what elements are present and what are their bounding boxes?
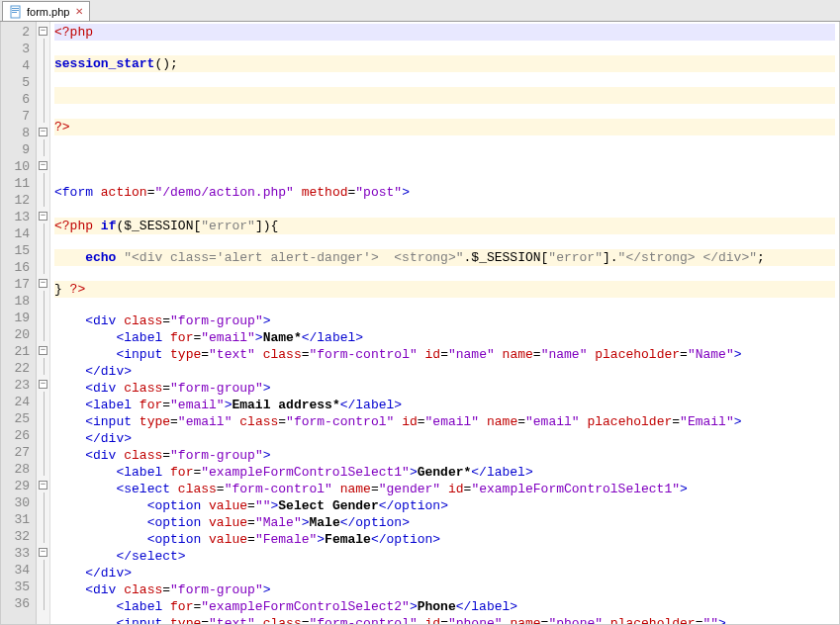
line-number: 27 [5,444,30,461]
code-line[interactable]: <?php [54,24,835,41]
code-line[interactable]: <div class="form-group"> [54,381,271,396]
fold-marker[interactable] [37,173,49,190]
fold-marker[interactable]: − [37,476,49,492]
fold-marker[interactable] [37,223,49,240]
line-number: 13 [5,209,30,225]
line-number: 25 [5,410,30,427]
fold-marker[interactable] [37,442,49,459]
line-number: 14 [5,225,30,242]
code-editor[interactable]: 2345678910111213141516171819202122232425… [0,22,840,625]
code-line[interactable] [54,87,835,104]
line-number: 16 [5,259,30,276]
line-number: 26 [5,427,30,444]
code-line[interactable]: <label for="email">Name*</label> [54,330,363,345]
fold-marker[interactable] [37,39,49,55]
code-line[interactable]: } ?> [54,281,835,298]
code-line[interactable]: <div class="form-group"> [54,313,271,328]
code-line[interactable]: <?php if($_SESSION["error"]){ [54,218,835,234]
fold-marker[interactable] [37,593,49,610]
code-line[interactable]: session_start(); [54,55,835,72]
fold-marker[interactable]: − [37,341,49,358]
fold-marker[interactable] [37,459,49,476]
fold-marker[interactable] [37,577,49,593]
line-number: 24 [5,394,30,410]
line-number: 30 [5,494,30,511]
fold-marker[interactable] [37,324,49,341]
code-line[interactable]: <input type="email" class="form-control"… [54,414,742,429]
code-line[interactable]: <form action="/demo/action.php" method="… [54,185,410,200]
line-number: 6 [5,91,30,108]
code-line[interactable]: <div class="form-group"> [54,582,271,597]
line-number: 34 [5,562,30,579]
code-line[interactable]: <select class="form-control" name="gende… [54,482,688,496]
fold-marker[interactable]: − [37,156,49,173]
fold-marker[interactable] [37,560,49,577]
line-number: 19 [5,310,30,326]
fold-marker[interactable]: − [37,123,49,139]
code-line[interactable]: </select> [54,549,186,564]
svg-rect-3 [12,12,17,13]
code-line[interactable]: <label for="email">Email address*</label… [54,398,402,412]
fold-marker[interactable] [37,72,49,89]
line-number: 20 [5,326,30,343]
fold-marker[interactable] [37,526,49,543]
line-number: 8 [5,125,30,141]
fold-marker[interactable]: − [37,207,49,223]
code-line[interactable]: <option value="Female">Female</option> [54,532,440,547]
fold-marker[interactable] [37,425,49,442]
line-number: 35 [5,579,30,595]
line-number: 23 [5,377,30,394]
line-number: 36 [5,595,30,612]
fold-marker[interactable] [37,106,49,123]
line-number: 15 [5,242,30,259]
fold-marker[interactable] [37,358,49,375]
fold-marker[interactable] [37,291,49,308]
fold-marker[interactable] [37,89,49,106]
fold-marker[interactable] [37,55,49,72]
code-line[interactable] [54,202,62,217]
line-number: 31 [5,511,30,528]
code-line[interactable]: <label for="exampleFormControlSelect1">G… [54,465,533,480]
code-line[interactable]: </div> [54,431,132,446]
line-number: 9 [5,141,30,158]
line-number: 28 [5,461,30,478]
line-number: 2 [5,24,30,41]
line-number: 22 [5,360,30,377]
fold-marker[interactable] [37,240,49,257]
fold-marker[interactable]: − [37,375,49,392]
line-number: 3 [5,41,30,57]
fold-marker[interactable] [37,190,49,207]
fold-marker[interactable]: − [37,22,49,39]
fold-marker[interactable] [37,139,49,156]
code-line[interactable]: <div class="form-group"> [54,448,271,463]
fold-marker[interactable] [37,257,49,274]
code-line[interactable]: <input type="text" class="form-control" … [54,347,742,362]
fold-marker[interactable] [37,509,49,526]
code-line[interactable] [54,151,62,166]
code-line[interactable]: echo "<div class='alert alert-danger'> <… [54,249,835,266]
code-line[interactable]: <option value="Male">Male</option> [54,515,410,530]
fold-marker[interactable] [37,492,49,509]
code-area[interactable]: <?php session_start(); ?> <form action="… [50,22,839,624]
code-line[interactable]: ?> [54,119,835,135]
fold-marker[interactable] [37,392,49,408]
file-tab[interactable]: form.php ✕ [2,1,90,21]
fold-marker[interactable] [37,408,49,425]
fold-marker[interactable]: − [37,543,49,560]
php-file-icon [9,5,23,19]
code-line[interactable] [54,168,62,183]
line-number: 4 [5,57,30,74]
code-line[interactable]: <input type="text" class="form-control" … [54,616,726,624]
code-line[interactable]: <label for="exampleFormControlSelect2">P… [54,599,517,614]
fold-marker[interactable] [37,308,49,324]
fold-marker[interactable]: − [37,274,49,291]
line-number: 29 [5,478,30,494]
code-line[interactable]: </div> [54,566,132,580]
tab-filename: form.php [27,6,69,18]
tab-bar: form.php ✕ [0,0,840,22]
tab-close-icon[interactable]: ✕ [75,6,83,17]
line-number: 17 [5,276,30,293]
code-line[interactable]: <option value="">Select Gender</option> [54,498,448,513]
line-number: 18 [5,293,30,310]
code-line[interactable]: </div> [54,364,132,379]
